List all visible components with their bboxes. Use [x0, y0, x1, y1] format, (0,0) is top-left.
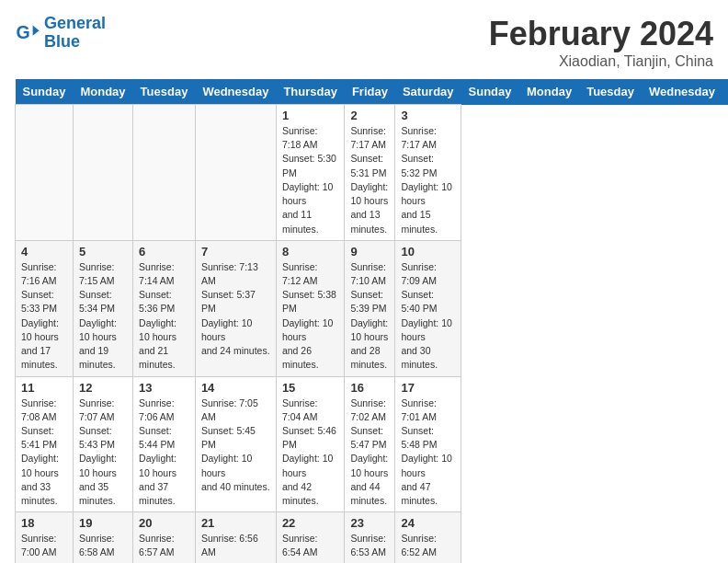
day-header-wednesday: Wednesday [195, 79, 276, 105]
calendar-cell: 1Sunrise: 7:18 AM Sunset: 5:30 PM Daylig… [276, 105, 345, 241]
day-number: 12 [79, 381, 127, 395]
day-info: Sunrise: 7:13 AM Sunset: 5:37 PM Dayligh… [201, 260, 270, 359]
week-row-4: 18Sunrise: 7:00 AM Sunset: 5:49 PM Dayli… [16, 512, 729, 563]
day-info: Sunrise: 7:06 AM Sunset: 5:44 PM Dayligh… [139, 396, 189, 509]
day-info: Sunrise: 7:07 AM Sunset: 5:43 PM Dayligh… [79, 396, 127, 509]
day-info: Sunrise: 7:04 AM Sunset: 5:46 PM Dayligh… [282, 396, 339, 509]
calendar-cell: 24Sunrise: 6:52 AM Sunset: 5:56 PM Dayli… [395, 512, 461, 563]
week-row-3: 11Sunrise: 7:08 AM Sunset: 5:41 PM Dayli… [16, 376, 729, 512]
calendar-cell: 12Sunrise: 7:07 AM Sunset: 5:43 PM Dayli… [73, 376, 132, 512]
day-number: 19 [79, 516, 127, 530]
day-number: 23 [350, 516, 389, 530]
day-header-wednesday: Wednesday [642, 79, 722, 105]
calendar-cell [16, 105, 74, 241]
calendar-cell: 5Sunrise: 7:15 AM Sunset: 5:34 PM Daylig… [73, 240, 132, 376]
calendar-cell: 20Sunrise: 6:57 AM Sunset: 5:52 PM Dayli… [133, 512, 196, 563]
day-info: Sunrise: 7:10 AM Sunset: 5:39 PM Dayligh… [350, 260, 389, 373]
day-info: Sunrise: 7:02 AM Sunset: 5:47 PM Dayligh… [350, 396, 389, 509]
calendar-cell [195, 105, 276, 241]
day-number: 8 [282, 245, 339, 259]
day-number: 24 [401, 516, 455, 530]
day-number: 15 [282, 381, 339, 395]
day-info: Sunrise: 6:58 AM Sunset: 5:51 PM Dayligh… [79, 532, 127, 563]
svg-marker-1 [33, 25, 40, 35]
calendar-cell: 14Sunrise: 7:05 AM Sunset: 5:45 PM Dayli… [195, 376, 276, 512]
day-number: 21 [201, 516, 270, 530]
svg-text:G: G [16, 21, 29, 41]
day-number: 14 [201, 381, 270, 395]
week-row-1: 1Sunrise: 7:18 AM Sunset: 5:30 PM Daylig… [16, 105, 729, 241]
title-section: February 2024 Xiaodian, Tianjin, China [489, 15, 713, 70]
calendar-cell: 7Sunrise: 7:13 AM Sunset: 5:37 PM Daylig… [195, 240, 276, 376]
day-header-tuesday: Tuesday [579, 79, 642, 105]
header: G General Blue February 2024 Xiaodian, T… [15, 15, 713, 70]
day-info: Sunrise: 7:08 AM Sunset: 5:41 PM Dayligh… [21, 396, 67, 509]
calendar-cell [133, 105, 196, 241]
day-header-friday: Friday [345, 79, 395, 105]
calendar-cell: 6Sunrise: 7:14 AM Sunset: 5:36 PM Daylig… [133, 240, 196, 376]
day-number: 9 [350, 245, 389, 259]
calendar-cell: 13Sunrise: 7:06 AM Sunset: 5:44 PM Dayli… [133, 376, 196, 512]
calendar-cell: 11Sunrise: 7:08 AM Sunset: 5:41 PM Dayli… [16, 376, 74, 512]
day-info: Sunrise: 7:09 AM Sunset: 5:40 PM Dayligh… [401, 260, 455, 373]
day-number: 17 [401, 381, 455, 395]
calendar-cell: 10Sunrise: 7:09 AM Sunset: 5:40 PM Dayli… [395, 240, 461, 376]
header-row: SundayMondayTuesdayWednesdayThursdayFrid… [16, 79, 729, 105]
day-header-thursday: Thursday [722, 79, 728, 105]
calendar-cell: 4Sunrise: 7:16 AM Sunset: 5:33 PM Daylig… [16, 240, 74, 376]
day-number: 1 [282, 109, 339, 122]
calendar-title: February 2024 [489, 15, 713, 53]
day-info: Sunrise: 6:57 AM Sunset: 5:52 PM Dayligh… [139, 532, 189, 563]
day-info: Sunrise: 7:00 AM Sunset: 5:49 PM Dayligh… [21, 532, 67, 563]
day-number: 16 [350, 381, 389, 395]
day-number: 3 [401, 109, 455, 122]
day-info: Sunrise: 6:53 AM Sunset: 5:55 PM Dayligh… [350, 532, 389, 563]
day-number: 5 [79, 245, 127, 259]
calendar-cell: 22Sunrise: 6:54 AM Sunset: 5:54 PM Dayli… [276, 512, 345, 563]
calendar-table: SundayMondayTuesdayWednesdayThursdayFrid… [15, 79, 728, 563]
calendar-cell [73, 105, 132, 241]
day-header-saturday: Saturday [395, 79, 461, 105]
calendar-cell: 3Sunrise: 7:17 AM Sunset: 5:32 PM Daylig… [395, 105, 461, 241]
day-info: Sunrise: 7:05 AM Sunset: 5:45 PM Dayligh… [201, 396, 270, 495]
day-number: 18 [21, 516, 67, 530]
day-header-monday: Monday [519, 79, 579, 105]
day-info: Sunrise: 7:15 AM Sunset: 5:34 PM Dayligh… [79, 260, 127, 373]
day-info: Sunrise: 7:18 AM Sunset: 5:30 PM Dayligh… [282, 124, 339, 236]
day-number: 4 [21, 245, 67, 259]
day-info: Sunrise: 7:16 AM Sunset: 5:33 PM Dayligh… [21, 260, 67, 373]
day-number: 7 [201, 245, 270, 259]
day-info: Sunrise: 7:17 AM Sunset: 5:32 PM Dayligh… [401, 124, 455, 236]
logo: G General Blue [15, 15, 106, 52]
calendar-cell: 16Sunrise: 7:02 AM Sunset: 5:47 PM Dayli… [345, 376, 395, 512]
day-header-sunday: Sunday [461, 79, 519, 105]
calendar-cell: 17Sunrise: 7:01 AM Sunset: 5:48 PM Dayli… [395, 376, 461, 512]
calendar-cell: 15Sunrise: 7:04 AM Sunset: 5:46 PM Dayli… [276, 376, 345, 512]
day-number: 11 [21, 381, 67, 395]
calendar-cell: 8Sunrise: 7:12 AM Sunset: 5:38 PM Daylig… [276, 240, 345, 376]
day-number: 20 [139, 516, 189, 530]
day-info: Sunrise: 7:01 AM Sunset: 5:48 PM Dayligh… [401, 396, 455, 509]
day-info: Sunrise: 7:14 AM Sunset: 5:36 PM Dayligh… [139, 260, 189, 373]
logo-icon: G [15, 20, 40, 46]
calendar-cell: 23Sunrise: 6:53 AM Sunset: 5:55 PM Dayli… [345, 512, 395, 563]
logo-text: General Blue [44, 15, 106, 52]
calendar-cell: 19Sunrise: 6:58 AM Sunset: 5:51 PM Dayli… [73, 512, 132, 563]
day-info: Sunrise: 6:54 AM Sunset: 5:54 PM Dayligh… [282, 532, 339, 563]
day-number: 10 [401, 245, 455, 259]
day-header-monday: Monday [73, 79, 132, 105]
day-info: Sunrise: 7:12 AM Sunset: 5:38 PM Dayligh… [282, 260, 339, 373]
day-info: Sunrise: 7:17 AM Sunset: 5:31 PM Dayligh… [350, 124, 389, 236]
calendar-cell: 21Sunrise: 6:56 AM Sunset: 5:53 PM Dayli… [195, 512, 276, 563]
day-number: 13 [139, 381, 189, 395]
calendar-cell: 2Sunrise: 7:17 AM Sunset: 5:31 PM Daylig… [345, 105, 395, 241]
day-number: 2 [350, 109, 389, 122]
calendar-cell: 9Sunrise: 7:10 AM Sunset: 5:39 PM Daylig… [345, 240, 395, 376]
day-number: 6 [139, 245, 189, 259]
calendar-cell: 18Sunrise: 7:00 AM Sunset: 5:49 PM Dayli… [16, 512, 74, 563]
day-info: Sunrise: 6:52 AM Sunset: 5:56 PM Dayligh… [401, 532, 455, 563]
day-header-sunday: Sunday [16, 79, 74, 105]
day-header-thursday: Thursday [276, 79, 345, 105]
calendar-subtitle: Xiaodian, Tianjin, China [489, 53, 713, 70]
week-row-2: 4Sunrise: 7:16 AM Sunset: 5:33 PM Daylig… [16, 240, 729, 376]
